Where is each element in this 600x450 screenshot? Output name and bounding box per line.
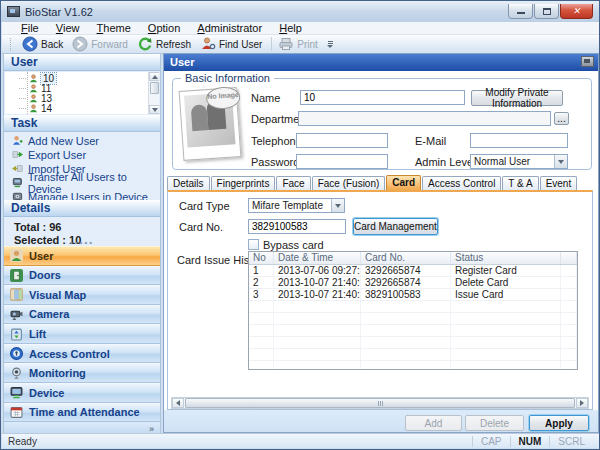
back-button[interactable]: Back (19, 35, 69, 53)
scroll-thumb[interactable] (150, 82, 159, 94)
table-row[interactable]: 3 2013-10-07 21:40:56 3829100583 Issue C… (249, 289, 577, 301)
col-no[interactable]: No (249, 252, 274, 264)
card-type-value: Mifare Template (252, 200, 323, 211)
back-label: Back (41, 39, 63, 50)
nav-label: Lift (29, 328, 46, 340)
tab-card[interactable]: Card (386, 175, 421, 190)
tree-item-14[interactable]: 14 (19, 103, 52, 113)
horizontal-scrollbar[interactable] (171, 397, 589, 409)
tab-strip: Details Fingerprints Face Face (Fusion) … (167, 175, 578, 190)
refresh-button[interactable]: Refresh (134, 35, 197, 53)
table-row-empty (249, 301, 577, 313)
scroll-down-icon[interactable] (149, 105, 159, 114)
nav-label: Doors (29, 269, 61, 281)
col-datetime[interactable]: Date & Time (274, 252, 361, 264)
department-field[interactable] (298, 111, 551, 126)
email-field[interactable] (470, 133, 568, 148)
details-total: Total : 96 (14, 221, 61, 233)
tab-face-fusion[interactable]: Face (Fusion) (312, 176, 386, 190)
minimize-button[interactable] (508, 4, 533, 19)
tree-item-13[interactable]: 13 (19, 93, 52, 103)
menu-view[interactable]: View (49, 22, 87, 35)
delete-button[interactable]: Delete (465, 415, 524, 431)
menu-administrator[interactable]: Administrator (190, 22, 269, 35)
access-control-icon (10, 347, 23, 360)
name-field[interactable] (300, 90, 465, 105)
bypass-card-checkbox[interactable] (248, 239, 259, 250)
nav-doors[interactable]: Doors (4, 266, 160, 286)
telephone-field[interactable] (296, 133, 388, 148)
telephone-label: Telephone (251, 135, 302, 147)
nav-camera[interactable]: Camera (4, 305, 160, 325)
scroll-thumb[interactable] (185, 398, 575, 408)
scroll-right-icon[interactable] (576, 398, 588, 408)
print-button[interactable]: Print (275, 35, 324, 53)
toolbar-overflow-button[interactable] (326, 37, 335, 52)
nav-label: Access Control (29, 348, 110, 360)
menu-file[interactable]: File (14, 22, 46, 35)
export-icon (12, 149, 23, 160)
user-tree[interactable]: 10 11 13 14 (5, 72, 159, 114)
add-button[interactable]: Add (405, 415, 462, 431)
table-row-empty (249, 361, 577, 370)
find-user-button[interactable]: Find User (197, 35, 268, 53)
card-no-label: Card No. (179, 221, 223, 233)
tree-item-label: 14 (41, 103, 52, 114)
nav-lift[interactable]: Lift (4, 324, 160, 344)
admin-level-select[interactable]: Normal User (470, 154, 568, 169)
tab-details[interactable]: Details (167, 176, 210, 190)
scroll-left-icon[interactable] (172, 398, 184, 408)
find-user-label: Find User (219, 39, 262, 50)
tab-t-and-a[interactable]: T & A (502, 176, 538, 190)
scroll-up-icon[interactable] (149, 72, 159, 81)
admin-level-value: Normal User (474, 156, 530, 167)
menu-option[interactable]: Option (141, 22, 187, 35)
tab-fingerprints[interactable]: Fingerprints (211, 176, 276, 190)
panel-window-icon[interactable] (581, 56, 594, 67)
card-no-field[interactable] (248, 219, 346, 234)
nav-monitoring[interactable]: Monitoring (4, 363, 160, 383)
maximize-button[interactable] (534, 4, 559, 19)
forward-label: Forward (91, 39, 128, 50)
user-icon (29, 84, 38, 93)
card-management-button[interactable]: Card Management (353, 218, 438, 235)
card-type-select[interactable]: Mifare Template (248, 198, 345, 213)
forward-icon (72, 36, 88, 52)
nav-label: Time and Attendance (29, 406, 140, 418)
tab-event[interactable]: Event (540, 176, 578, 190)
basic-information-group: Basic Information No Image Name Modify P… (172, 78, 592, 170)
user-nav-icon (10, 249, 23, 262)
menu-theme[interactable]: Theme (90, 22, 138, 35)
nav-access-control[interactable]: Access Control (4, 344, 160, 364)
title-bar[interactable]: BioStar V1.62 (1, 1, 599, 22)
tree-scrollbar[interactable] (148, 72, 159, 114)
tab-face[interactable]: Face (276, 176, 310, 190)
table-row[interactable]: 2 2013-10-07 21:40:56 3292665874 Delete … (249, 277, 577, 289)
task-transfer-all-users[interactable]: Transfer All Users to Device (12, 176, 160, 189)
forward-button[interactable]: Forward (69, 35, 134, 53)
password-field[interactable] (296, 154, 388, 169)
minimize-icon (517, 11, 525, 14)
col-card-no[interactable]: Card No. (361, 252, 451, 264)
nav-visual-map[interactable]: Visual Map (4, 285, 160, 305)
task-export-user[interactable]: Export User (12, 148, 86, 161)
close-button[interactable] (560, 4, 593, 19)
tab-access-control[interactable]: Access Control (422, 176, 501, 190)
nav-device[interactable]: Device (4, 383, 160, 403)
apply-button[interactable]: Apply (529, 415, 589, 431)
tree-item-10[interactable]: 10 (19, 73, 56, 83)
table-row[interactable]: 1 2013-07-06 09:27:21 3292665874 Registe… (249, 265, 577, 277)
nav-user[interactable]: User (4, 246, 160, 266)
task-add-new-user[interactable]: Add New User (12, 134, 99, 147)
sidebar-expander[interactable]: » (4, 422, 160, 433)
chevron-down-icon[interactable] (554, 155, 567, 168)
nav-time-attendance[interactable]: Time and Attendance (4, 403, 160, 423)
menu-help[interactable]: Help (272, 22, 309, 35)
time-attendance-icon (10, 406, 23, 419)
modify-private-info-button[interactable]: Modify Private Information (471, 90, 563, 106)
name-label: Name (251, 92, 280, 104)
department-browse-button[interactable]: ... (554, 112, 569, 125)
chevron-down-icon[interactable] (331, 199, 344, 212)
col-status[interactable]: Status (451, 252, 561, 264)
tree-item-11[interactable]: 11 (19, 83, 51, 93)
